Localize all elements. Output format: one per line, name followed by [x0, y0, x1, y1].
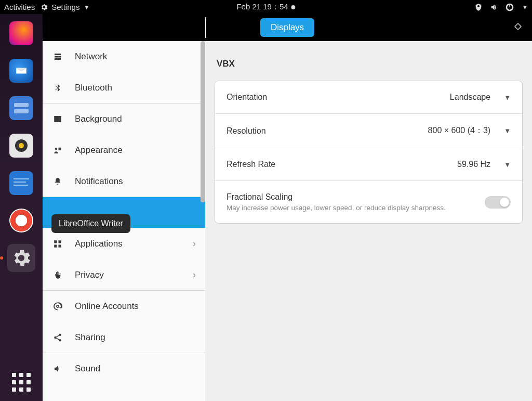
settings-sidebar: Network Bluetooth Background Appearance …: [43, 41, 205, 401]
row-label: Refresh Rate: [227, 160, 449, 169]
activities-button[interactable]: Activities: [4, 3, 35, 11]
bell-icon: [52, 177, 63, 186]
clock-label: Feb 21 19：54: [236, 2, 288, 12]
dock-item-rhythmbox[interactable]: [7, 132, 35, 160]
sidebar-item-online-accounts[interactable]: Online Accounts: [43, 291, 205, 322]
clock[interactable]: Feb 21 19：54: [236, 2, 295, 12]
sound-icon: [52, 364, 63, 373]
svg-rect-5: [59, 244, 61, 247]
window-titlebar: Displays: [43, 14, 532, 41]
chevron-right-icon: ›: [193, 269, 196, 280]
svg-point-7: [54, 336, 57, 339]
network-icon: [52, 52, 63, 61]
sidebar-item-bluetooth[interactable]: Bluetooth: [43, 72, 205, 104]
sidebar-scrollbar[interactable]: [201, 41, 205, 202]
svg-point-8: [59, 339, 61, 342]
row-value: 800 × 600 (4：3): [428, 125, 491, 136]
apps-icon: [52, 239, 63, 249]
row-resolution[interactable]: Resolution 800 × 600 (4：3) ▼: [215, 114, 522, 148]
sidebar-item-sound[interactable]: Sound: [43, 353, 205, 384]
displays-panel: VBX Orientation Landscape ▼ Resolution 8…: [205, 41, 532, 401]
titlebar-title: Displays: [260, 18, 314, 37]
row-subtitle: May increase power usage, lower speed, o…: [227, 204, 476, 212]
caret-down-icon: ▼: [504, 161, 511, 169]
row-label: Orientation: [227, 93, 442, 102]
sidebar-item-applications[interactable]: Applications ›: [43, 228, 205, 260]
svg-rect-4: [54, 244, 57, 247]
settings-window: Displays Network Bluetooth Background: [43, 14, 532, 401]
row-fractional-scaling: Fractional Scaling May increase power us…: [215, 181, 522, 223]
row-orientation[interactable]: Orientation Landscape ▼: [215, 81, 522, 114]
shield-icon[interactable]: [474, 3, 483, 11]
caret-down-icon: ▼: [504, 94, 511, 101]
sidebar-item-background[interactable]: Background: [43, 104, 205, 135]
appearance-icon: [52, 146, 63, 155]
sidebar-item-label: Background: [75, 114, 122, 124]
hand-icon: [52, 270, 63, 280]
firefox-icon: [9, 21, 33, 45]
fractional-scaling-switch[interactable]: [485, 196, 511, 209]
row-label: Fractional Scaling: [227, 192, 476, 202]
dock-item-thunderbird[interactable]: [7, 57, 35, 85]
caret-down-icon: ▼: [84, 4, 89, 10]
sidebar-item-label: Online Accounts: [75, 301, 139, 312]
row-refresh-rate[interactable]: Refresh Rate 59.96 Hz ▼: [215, 148, 522, 181]
app-menu-label: Settings: [51, 3, 79, 11]
thunderbird-icon: [9, 59, 33, 83]
chevron-right-icon: ›: [193, 238, 196, 249]
sidebar-item-appearance[interactable]: Appearance: [43, 135, 205, 166]
titlebar-title-pill[interactable]: Displays: [260, 18, 314, 37]
dock-item-firefox[interactable]: [7, 19, 35, 47]
svg-point-0: [55, 147, 58, 150]
svg-rect-2: [54, 240, 57, 243]
speaker-icon: [9, 134, 33, 158]
files-icon: [9, 96, 33, 120]
dock-item-files[interactable]: [7, 94, 35, 122]
sidebar-item-sharing[interactable]: Sharing: [43, 322, 205, 353]
titlebar-menu-button[interactable]: [513, 22, 523, 33]
row-label: Resolution: [227, 126, 420, 136]
share-icon: [52, 333, 63, 342]
sidebar-item-label: Privacy: [75, 270, 104, 280]
sidebar-item-privacy[interactable]: Privacy ›: [43, 260, 205, 291]
dock-item-help[interactable]: [7, 206, 35, 235]
system-menu-caret-icon[interactable]: ▼: [522, 4, 528, 10]
sidebar-item-label: Bluetooth: [75, 83, 112, 93]
document-icon: [9, 171, 33, 195]
svg-point-6: [59, 333, 61, 336]
at-icon: [52, 302, 63, 311]
monitor-name: VBX: [217, 59, 523, 69]
notification-dot-icon: [291, 5, 296, 9]
app-menu[interactable]: Settings ▼: [40, 3, 89, 11]
caret-down-icon: ▼: [504, 127, 511, 135]
sidebar-item-notifications[interactable]: Notifications: [43, 166, 205, 197]
svg-rect-3: [59, 240, 61, 243]
power-icon[interactable]: [506, 3, 514, 11]
sidebar-item-label: Appearance: [75, 145, 123, 156]
volume-icon[interactable]: [490, 3, 498, 11]
lifebuoy-icon: [9, 209, 33, 232]
diamond-icon: [513, 22, 523, 31]
gear-icon: [40, 3, 48, 11]
row-value: Landscape: [450, 93, 490, 102]
sidebar-item-displays[interactable]: [43, 197, 205, 228]
sidebar-item-label: Notifications: [75, 176, 123, 187]
dock-item-settings[interactable]: [7, 244, 35, 272]
svg-rect-1: [59, 147, 61, 150]
gear-icon: [10, 247, 32, 269]
show-applications-button[interactable]: [12, 373, 31, 392]
dock-item-writer[interactable]: [7, 169, 35, 197]
sidebar-item-label: Applications: [75, 239, 123, 249]
sidebar-item-network[interactable]: Network: [43, 41, 205, 72]
sidebar-item-label: Network: [75, 51, 107, 62]
top-bar: Activities Settings ▼ Feb 21 19：54 ▼: [0, 0, 532, 14]
display-settings-panel: Orientation Landscape ▼ Resolution 800 ×…: [215, 81, 523, 224]
dock: [0, 14, 43, 401]
row-value: 59.96 Hz: [457, 160, 490, 169]
sidebar-item-label: Sound: [75, 364, 100, 374]
bluetooth-icon: [52, 83, 63, 93]
sidebar-item-label: Sharing: [75, 332, 105, 343]
image-icon: [52, 114, 63, 124]
